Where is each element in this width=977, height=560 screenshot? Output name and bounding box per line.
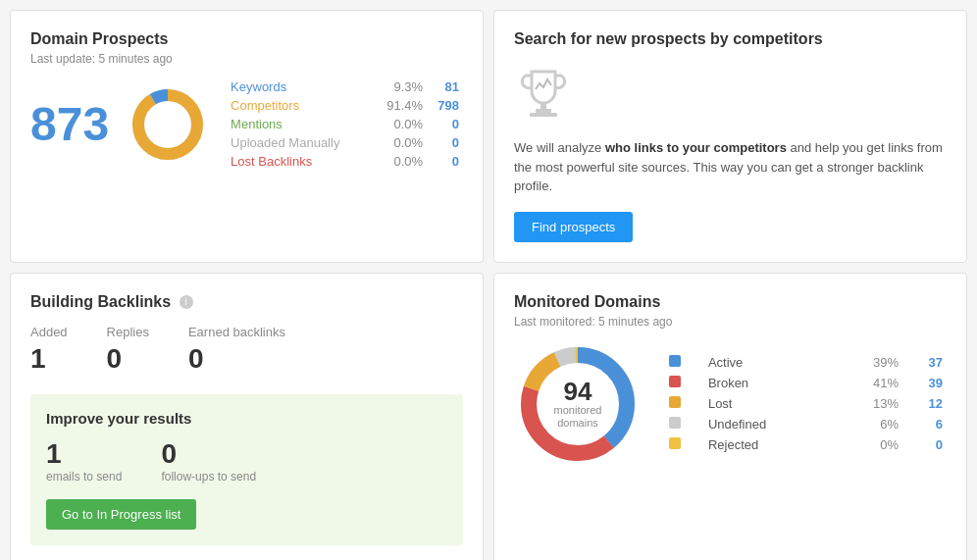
building-backlinks-title: Building Backlinks	[30, 293, 171, 310]
stat-value: 0	[188, 343, 285, 375]
legend-dot	[669, 396, 681, 408]
legend-dot	[669, 355, 681, 367]
domain-prospects-total: 873	[30, 101, 109, 148]
legend-count: 0	[902, 434, 947, 455]
improve-num: 0	[161, 438, 256, 470]
prospect-label: Keywords	[227, 77, 372, 96]
prospect-pct: 0.0%	[372, 115, 427, 133]
prospect-row: Lost Backlinks 0.0% 0	[227, 152, 463, 171]
prospect-label: Mentions	[227, 115, 372, 133]
building-backlinks-card: Building Backlinks i Added 1 Replies 0 E…	[10, 273, 484, 561]
legend-count: 37	[902, 352, 947, 373]
legend-row: Active 39% 37	[665, 352, 947, 373]
stat-label: Earned backlinks	[188, 325, 285, 339]
monitored-legend: Active 39% 37 Broken 41% 39 Lost 13% 12 …	[665, 352, 947, 455]
prospect-pct: 0.0%	[372, 152, 427, 171]
prospect-count: 0	[427, 152, 463, 171]
legend-pct: 13%	[836, 393, 902, 414]
improve-stat-item: 0 follow-ups to send	[161, 438, 256, 484]
prospect-row: Mentions 0.0% 0	[227, 115, 463, 133]
legend-name: Broken	[704, 373, 836, 393]
stat-label: Added	[30, 325, 68, 339]
improve-label: follow-ups to send	[161, 470, 256, 484]
monitored-center-number: 94	[554, 378, 602, 403]
stat-value: 1	[30, 343, 68, 375]
svg-point-1	[138, 95, 197, 154]
monitored-domains-card: Monitored Domains Last monitored: 5 minu…	[493, 273, 967, 561]
monitored-domains-title: Monitored Domains	[514, 293, 947, 311]
search-prospects-card: Search for new prospects by competitors …	[493, 10, 967, 263]
monitored-donut-container: 94 monitoreddomains	[514, 340, 642, 468]
trophy-icon-container	[514, 62, 947, 125]
stat-label: Replies	[107, 325, 149, 339]
improve-label: emails to send	[46, 470, 122, 484]
domain-prospects-content: 873 Keywords 9.3% 81 Co	[30, 77, 463, 171]
domain-donut-svg	[129, 85, 207, 164]
legend-row: Lost 13% 12	[665, 393, 947, 414]
prospect-label: Lost Backlinks	[227, 152, 372, 171]
monitored-domains-subtitle: Last monitored: 5 minutes ago	[514, 315, 947, 329]
legend-row: Undefined 6% 6	[665, 414, 947, 434]
prospect-row: Keywords 9.3% 81	[227, 77, 463, 96]
legend-pct: 39%	[836, 352, 902, 373]
backlink-stat-item: Added 1	[30, 325, 68, 375]
legend-name: Undefined	[704, 414, 836, 434]
svg-rect-4	[530, 113, 557, 117]
improve-stat-item: 1 emails to send	[46, 438, 122, 484]
prospect-count: 0	[427, 115, 463, 133]
legend-pct: 41%	[836, 373, 902, 393]
prospects-legend-table: Keywords 9.3% 81 Competitors 91.4% 798 M…	[227, 77, 463, 171]
legend-count: 39	[902, 373, 947, 393]
backlink-stat-item: Replies 0	[107, 325, 149, 375]
domain-prospects-subtitle: Last update: 5 minutes ago	[30, 52, 463, 66]
prospect-count: 81	[427, 77, 463, 96]
backlinks-stats: Added 1 Replies 0 Earned backlinks 0	[30, 325, 463, 375]
improve-title: Improve your results	[46, 410, 447, 427]
prospect-label: Uploaded Manually	[227, 133, 372, 152]
prospect-count: 0	[427, 133, 463, 152]
legend-pct: 6%	[836, 414, 902, 434]
legend-name: Active	[704, 352, 836, 373]
legend-pct: 0%	[836, 434, 902, 455]
in-progress-button[interactable]: Go to In Progress list	[46, 499, 196, 530]
legend-name: Rejected	[704, 434, 836, 455]
prospect-count: 798	[427, 96, 463, 115]
info-icon[interactable]: i	[180, 295, 193, 309]
prospect-row: Competitors 91.4% 798	[227, 96, 463, 115]
domain-prospects-card: Domain Prospects Last update: 5 minutes …	[10, 10, 484, 263]
domain-prospects-donut	[129, 85, 207, 164]
trophy-icon	[514, 62, 573, 121]
svg-rect-5	[540, 103, 546, 111]
search-prospects-title: Search for new prospects by competitors	[514, 30, 947, 48]
legend-dot	[669, 437, 681, 449]
legend-count: 12	[902, 393, 947, 414]
stat-value: 0	[107, 343, 149, 375]
legend-dot	[669, 376, 681, 387]
backlink-stat-item: Earned backlinks 0	[188, 325, 285, 375]
legend-row: Broken 41% 39	[665, 373, 947, 393]
legend-row: Rejected 0% 0	[665, 434, 947, 455]
prospect-pct: 91.4%	[372, 96, 427, 115]
monitored-content: 94 monitoreddomains Active 39% 37 Broken…	[514, 340, 947, 468]
improve-num: 1	[46, 438, 122, 470]
legend-dot	[669, 417, 681, 429]
domain-prospects-title: Domain Prospects	[30, 30, 463, 48]
legend-name: Lost	[704, 393, 836, 414]
prospect-row: Uploaded Manually 0.0% 0	[227, 133, 463, 152]
find-prospects-button[interactable]: Find prospects	[514, 212, 633, 242]
prospect-label: Competitors	[227, 96, 372, 115]
prospect-pct: 0.0%	[372, 133, 427, 152]
prospect-pct: 9.3%	[372, 77, 427, 96]
dashboard: Domain Prospects Last update: 5 minutes …	[10, 10, 967, 560]
improve-stats: 1 emails to send 0 follow-ups to send	[46, 438, 447, 484]
improve-box: Improve your results 1 emails to send 0 …	[30, 394, 463, 545]
legend-count: 6	[902, 414, 947, 434]
monitored-center-label: monitoreddomains	[554, 403, 602, 429]
search-description: We will analyze who links to your compet…	[514, 138, 947, 196]
